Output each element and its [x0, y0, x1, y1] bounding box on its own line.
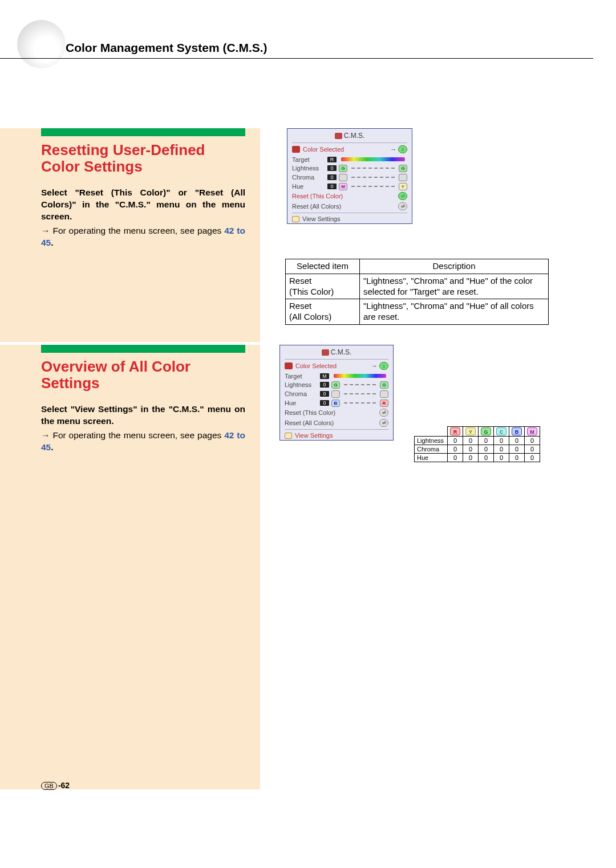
cms-target-value: M	[320, 373, 329, 379]
arrow-right-icon: →	[390, 146, 396, 153]
region-badge: GB	[41, 782, 57, 790]
cms-reset-this-label: Reset (This Color)	[285, 409, 335, 416]
cms-reset-all-label: Reset (All Colors)	[285, 419, 334, 426]
section1-reference: → For operating the menu screen, see pag…	[41, 225, 245, 249]
vs-cell: 0	[509, 445, 525, 454]
page-number: GB-62	[41, 781, 70, 790]
cms-chroma-label: Chroma	[292, 174, 325, 181]
cms-reset-all-colors[interactable]: Reset (All Colors) ⏎	[287, 201, 412, 211]
vs-cell: 0	[525, 445, 540, 454]
enter-icon: ⏎	[398, 192, 407, 200]
cms-title-text: C.M.S.	[331, 348, 352, 356]
cms-chroma-value: 0	[327, 174, 337, 180]
cms-reset-all-label: Reset (All Colors)	[292, 203, 341, 210]
cms-reset-all-colors[interactable]: Reset (All Colors) ⏎	[280, 418, 393, 428]
cms-chroma-left-chip	[331, 390, 340, 398]
cms-reset-this-color[interactable]: Reset (This Color) ⏎	[287, 191, 412, 201]
color-gradient-bar	[341, 157, 405, 161]
cms-lightness-left-chip: G	[331, 381, 340, 389]
vs-cell: 0	[448, 454, 463, 462]
col-chip-G: G	[481, 427, 491, 435]
slider-track	[344, 393, 376, 394]
cms-view-settings-label: View Settings	[302, 215, 340, 222]
cms-hue-value: 0	[327, 184, 337, 189]
desc-desc-0: "Lightness", "Chroma" and "Hue" of the c…	[360, 274, 549, 299]
cms-color-selected-label: Color Selected	[303, 146, 344, 153]
cms-lightness-label: Lightness	[292, 165, 325, 172]
cms-hue-left-chip: M	[339, 183, 347, 190]
vs-cell: 0	[479, 437, 494, 445]
vs-cell: 0	[525, 454, 540, 462]
vs-cell: 0	[479, 454, 494, 462]
cms-target-row[interactable]: Target M	[280, 372, 393, 380]
slider-track	[351, 168, 395, 169]
vs-cell: 0	[448, 437, 463, 445]
cms-lightness-left-chip: G	[339, 165, 347, 172]
cms-target-row[interactable]: Target R	[287, 155, 412, 164]
cms-chroma-left-chip	[339, 174, 347, 181]
vs-cell: 0	[494, 437, 509, 445]
cms-hue-label: Hue	[292, 183, 325, 190]
cms-color-selected-row[interactable]: Color Selected → 1	[280, 361, 393, 372]
cms-color-selected-row[interactable]: Color Selected → 2	[287, 144, 412, 155]
cms-view-settings[interactable]: View Settings	[280, 431, 393, 440]
vs-cell: 0	[509, 454, 525, 462]
cms-title-text: C.M.S.	[344, 132, 365, 140]
cms-title: C.M.S.	[287, 129, 412, 141]
cms-hue-left-chip: B	[331, 400, 340, 407]
cms-hue-row[interactable]: Hue 0 M Y	[287, 182, 412, 191]
cms-chroma-row[interactable]: Chroma 0	[280, 389, 393, 398]
arrow-icon: → For operating the menu screen, see pag…	[41, 430, 224, 440]
cms-lightness-value: 0	[320, 382, 329, 388]
enter-icon: ⏎	[379, 409, 388, 417]
enter-icon: ⏎	[379, 419, 388, 427]
cms-cs-badge: 2	[398, 145, 407, 153]
table-row: Reset (This Color) "Lightness", "Chroma"…	[286, 274, 549, 299]
desc-desc-1: "Lightness", "Chroma" and "Hue" of all c…	[360, 299, 549, 325]
cms-color-selected-label: Color Selected	[295, 362, 337, 369]
cms-hue-row[interactable]: Hue 0 B R	[280, 398, 393, 407]
reset-description-table: Selected item Description Reset (This Co…	[285, 259, 549, 325]
cms-view-settings[interactable]: View Settings	[287, 214, 412, 223]
slider-track	[351, 177, 395, 178]
page-title: Color Management System (C.M.S.)	[66, 41, 268, 55]
cms-lightness-right-chip: G	[399, 165, 407, 172]
view-settings-table: R Y G C B M Lightness 0 0 0 0 0 0 Chroma…	[414, 426, 540, 462]
cms-hue-right-chip: Y	[399, 183, 407, 190]
col-chip-R: R	[450, 427, 460, 435]
slider-track	[344, 402, 376, 404]
section1-instruction: Select "Reset (This Color)" or "Reset (A…	[41, 187, 245, 223]
section-heading-2: Overview of All Color Settings	[41, 358, 245, 391]
cms-view-settings-label: View Settings	[295, 432, 333, 439]
cms-chroma-row[interactable]: Chroma 0	[287, 173, 412, 182]
vs-row2-label: Hue	[415, 454, 448, 462]
cms-hue-label: Hue	[285, 400, 318, 406]
cms-reset-this-label: Reset (This Color)	[292, 193, 343, 199]
cms-chroma-label: Chroma	[285, 390, 318, 397]
cms-reset-this-color[interactable]: Reset (This Color) ⏎	[280, 407, 393, 418]
notebook-icon	[285, 433, 292, 439]
vs-cell: 0	[509, 437, 525, 445]
col-chip-Y: Y	[465, 427, 476, 435]
cms-lightness-row[interactable]: Lightness 0 G G	[280, 380, 393, 389]
cms-chroma-value: 0	[320, 391, 329, 397]
desc-th-item: Selected item	[286, 259, 360, 274]
cms-menu-panel-1: C.M.S. Color Selected → 2 Target R Light…	[287, 128, 412, 224]
section2-instruction: Select "View Settings" in the "C.M.S." m…	[41, 404, 245, 427]
cms-lightness-row[interactable]: Lightness 0 G G	[287, 164, 412, 173]
palette-icon	[285, 362, 293, 369]
cms-chroma-right-chip	[399, 174, 407, 181]
cms-target-value: R	[327, 157, 337, 162]
cms-lightness-label: Lightness	[285, 381, 318, 388]
vs-cell: 0	[479, 445, 494, 454]
arrow-right-icon: →	[371, 362, 378, 369]
vs-row0-label: Lightness	[415, 437, 448, 445]
cms-chroma-right-chip	[380, 390, 388, 398]
vs-cell: 0	[494, 454, 509, 462]
slider-track	[351, 186, 395, 187]
cms-hue-value: 0	[320, 400, 329, 406]
desc-item-1: Reset (All Colors)	[286, 299, 360, 325]
cms-cs-badge: 1	[379, 362, 388, 370]
table-row: Hue 0 0 0 0 0 0	[415, 454, 540, 462]
cms-icon	[335, 133, 342, 139]
